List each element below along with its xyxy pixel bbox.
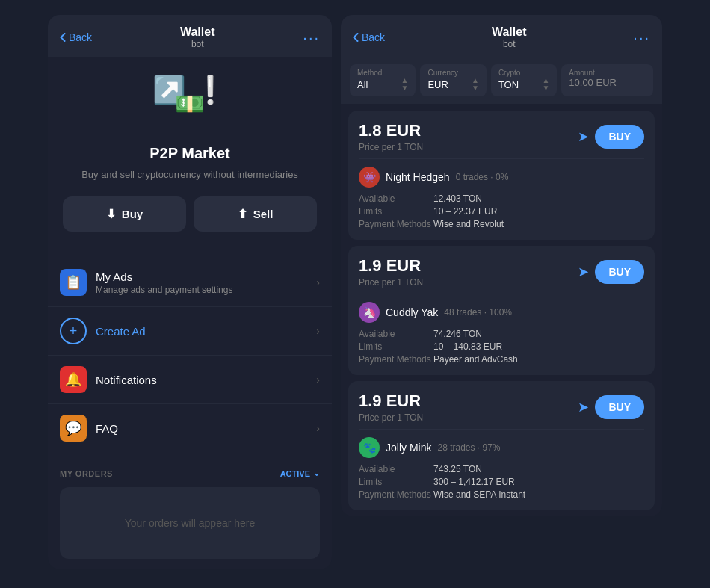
- left-more-button[interactable]: ···: [303, 29, 320, 46]
- hero-section: ↗️ 💵 ❕ P2P Market Buy and sell cryptocur…: [48, 57, 332, 253]
- create-ad-chevron-icon: ›: [316, 325, 320, 337]
- filter-currency-value: EUR: [427, 79, 448, 90]
- listing-1-details: Available 12.403 TON Limits 10 – 22.37 E…: [359, 194, 644, 229]
- listing-2-share-icon[interactable]: ➤: [578, 264, 589, 280]
- left-header: Back Wallet bot ···: [48, 15, 332, 57]
- filter-crypto[interactable]: Crypto TON ▲▼: [491, 64, 557, 96]
- filter-crypto-value: TON: [498, 79, 519, 90]
- faq-chevron-icon: ›: [316, 422, 320, 434]
- orders-active[interactable]: ACTIVE ⌄: [280, 468, 320, 478]
- listing-2-available-value: 74.246 TON: [433, 329, 644, 339]
- orders-empty-text: Your orders will appear here: [75, 517, 305, 529]
- right-header-title: Wallet bot: [385, 25, 633, 49]
- listing-2-per: Price per 1 TON: [359, 277, 423, 288]
- listing-2-bottom: 🦄 Cuddly Yak 48 trades · 100% Available …: [348, 294, 655, 375]
- left-header-title: Wallet bot: [92, 25, 303, 49]
- listing-1-limits-value: 10 – 22.37 EUR: [433, 206, 644, 217]
- left-back-button[interactable]: Back: [60, 31, 92, 43]
- listing-2-details: Available 74.246 TON Limits 10 – 140.83 …: [359, 329, 644, 365]
- listing-card-1: 1.8 EUR Price per 1 TON ➤ BUY 👾 Night He…: [348, 111, 655, 240]
- menu-item-notifications[interactable]: 🔔 Notifications ›: [48, 356, 332, 404]
- left-chevron-icon: [60, 33, 66, 42]
- listing-2-avatar: 🦄: [359, 302, 380, 323]
- listing-3-limits-label: Limits: [359, 477, 433, 487]
- listing-2-limits-label: Limits: [359, 341, 433, 352]
- right-title-sub: bot: [385, 39, 633, 49]
- menu-section: 📋 My Ads Manage ads and payment settings…: [48, 253, 332, 458]
- right-back-label: Back: [362, 31, 385, 43]
- listing-3-price: 1.9 EUR: [359, 392, 423, 411]
- my-ads-text: My Ads Manage ads and payment settings: [96, 270, 316, 295]
- listing-3-payment-label: Payment Methods: [359, 489, 433, 500]
- filters-row: Method All ▲▼ Currency EUR ▲▼ Crypto TON…: [341, 57, 662, 105]
- faq-icon: 💬: [60, 415, 87, 442]
- listing-3-limits-value: 300 – 1,412.17 EUR: [433, 477, 644, 487]
- listing-card-3: 1.9 EUR Price per 1 TON ➤ BUY 🐾 Jolly Mi…: [348, 381, 655, 510]
- listing-1-payment-value: Wise and Revolut: [433, 219, 644, 229]
- notifications-chevron-icon: ›: [316, 374, 320, 386]
- menu-item-create-ad[interactable]: + Create Ad ›: [48, 307, 332, 356]
- notifications-text: Notifications: [96, 374, 316, 386]
- listing-1-share-icon[interactable]: ➤: [578, 129, 589, 145]
- listing-2-price: 1.9 EUR: [359, 256, 423, 276]
- hero-subtitle: Buy and sell cryptocurrency without inte…: [81, 168, 298, 182]
- listing-2-actions: ➤ BUY: [578, 260, 644, 284]
- listing-1-buy-button[interactable]: BUY: [595, 125, 644, 149]
- orders-active-chevron-icon: ⌄: [313, 468, 320, 478]
- buy-button[interactable]: ⬇ Buy: [63, 196, 186, 232]
- filter-method-arrows-icon: ▲▼: [401, 77, 409, 92]
- filter-amount[interactable]: Amount 10.00 EUR: [561, 64, 653, 96]
- listing-1-seller-stats: 0 trades · 0%: [456, 172, 509, 182]
- orders-active-label: ACTIVE: [280, 469, 310, 478]
- listing-2-payment-label: Payment Methods: [359, 354, 433, 365]
- filter-method-value: All: [357, 79, 368, 90]
- create-ad-icon: +: [60, 318, 87, 344]
- exclaim-icon: ❕: [194, 75, 227, 106]
- listing-2-top: 1.9 EUR Price per 1 TON ➤ BUY: [348, 246, 655, 294]
- listing-1-actions: ➤ BUY: [578, 125, 644, 149]
- filter-method-value-row: All ▲▼: [357, 77, 408, 92]
- listing-3-seller-row: 🐾 Jolly Mink 28 trades · 97%: [359, 437, 644, 458]
- sell-icon: ⬆: [238, 207, 247, 221]
- hero-icons: ↗️ 💵 ❕: [152, 75, 227, 134]
- buy-icon: ⬇: [106, 207, 116, 221]
- listing-3-share-icon[interactable]: ➤: [578, 399, 589, 415]
- orders-title: MY ORDERS: [60, 469, 113, 478]
- buy-sell-row: ⬇ Buy ⬆ Sell: [63, 196, 317, 232]
- listings-container: 1.8 EUR Price per 1 TON ➤ BUY 👾 Night He…: [341, 105, 662, 516]
- hero-title: P2P Market: [149, 145, 229, 162]
- filter-currency[interactable]: Currency EUR ▲▼: [420, 64, 486, 96]
- listing-2-buy-button[interactable]: BUY: [595, 260, 644, 284]
- listing-card-2: 1.9 EUR Price per 1 TON ➤ BUY 🦄 Cuddly Y…: [348, 246, 655, 375]
- listing-3-buy-button[interactable]: BUY: [595, 395, 644, 419]
- listing-3-price-section: 1.9 EUR Price per 1 TON: [359, 392, 423, 423]
- right-more-button[interactable]: ···: [633, 29, 650, 46]
- listing-3-available-label: Available: [359, 464, 433, 474]
- listing-3-top: 1.9 EUR Price per 1 TON ➤ BUY: [348, 381, 655, 429]
- filter-method[interactable]: Method All ▲▼: [350, 64, 416, 96]
- sell-label: Sell: [253, 208, 274, 220]
- orders-empty: Your orders will appear here: [60, 487, 320, 559]
- faq-label: FAQ: [96, 422, 316, 435]
- listing-1-seller-row: 👾 Night Hedgeh 0 trades · 0%: [359, 167, 644, 188]
- buy-label: Buy: [122, 208, 143, 220]
- orders-header: MY ORDERS ACTIVE ⌄: [60, 468, 320, 478]
- menu-item-my-ads[interactable]: 📋 My Ads Manage ads and payment settings…: [48, 259, 332, 307]
- menu-item-faq[interactable]: 💬 FAQ ›: [48, 404, 332, 452]
- listing-1-seller-name: Night Hedgeh: [386, 171, 450, 183]
- filter-crypto-arrows-icon: ▲▼: [542, 77, 549, 92]
- listing-3-avatar: 🐾: [359, 437, 380, 458]
- listing-2-available-label: Available: [359, 329, 433, 339]
- listing-3-details: Available 743.25 TON Limits 300 – 1,412.…: [359, 464, 644, 500]
- listing-2-seller-stats: 48 trades · 100%: [444, 307, 512, 318]
- orders-section: MY ORDERS ACTIVE ⌄ Your orders will appe…: [48, 458, 332, 569]
- right-back-button[interactable]: Back: [353, 31, 385, 43]
- listing-3-payment-value: Wise and SEPA Instant: [433, 489, 644, 500]
- faq-text: FAQ: [96, 422, 316, 435]
- listing-2-seller-row: 🦄 Cuddly Yak 48 trades · 100%: [359, 302, 644, 323]
- my-ads-chevron-icon: ›: [316, 276, 320, 288]
- filter-currency-value-row: EUR ▲▼: [427, 77, 478, 92]
- sell-button[interactable]: ⬆ Sell: [194, 196, 317, 232]
- right-chevron-icon: [353, 33, 359, 42]
- listing-3-seller-name: Jolly Mink: [386, 442, 431, 454]
